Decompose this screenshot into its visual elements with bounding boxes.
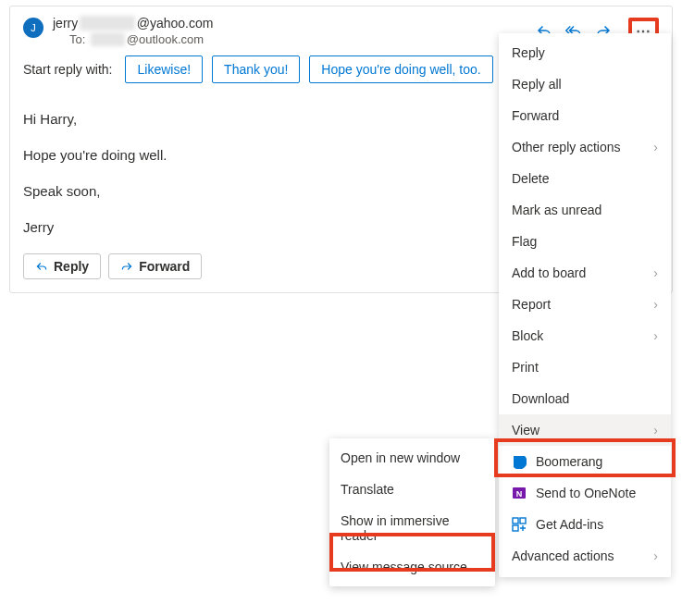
menu-view[interactable]: View› bbox=[499, 414, 671, 446]
addins-icon bbox=[512, 517, 527, 532]
quick-reply-label: Start reply with: bbox=[23, 62, 112, 77]
menu-reply-all[interactable]: Reply all bbox=[499, 68, 671, 100]
submenu-new-window[interactable]: Open in new window bbox=[329, 442, 495, 474]
forward-button-label: Forward bbox=[139, 259, 190, 274]
chevron-right-icon: › bbox=[653, 265, 658, 280]
menu-advanced[interactable]: Advanced actions› bbox=[499, 540, 671, 572]
menu-onenote[interactable]: NSend to OneNote bbox=[499, 477, 671, 509]
svg-text:N: N bbox=[516, 489, 523, 499]
sender-domain: @yahoo.com bbox=[137, 16, 214, 31]
reply-button[interactable]: Reply bbox=[23, 253, 101, 279]
quick-reply-option[interactable]: Thank you! bbox=[212, 55, 300, 83]
quick-reply-option[interactable]: Likewise! bbox=[125, 55, 203, 83]
menu-delete[interactable]: Delete bbox=[499, 163, 671, 194]
menu-print[interactable]: Print bbox=[499, 351, 671, 383]
chevron-right-icon: › bbox=[653, 423, 658, 437]
recipient-redacted: ████ bbox=[91, 32, 125, 46]
sender-name-prefix: jerry bbox=[53, 16, 78, 31]
onenote-icon: N bbox=[512, 486, 527, 500]
recipient-line: To: ████@outlook.com bbox=[69, 32, 536, 46]
menu-get-addins[interactable]: Get Add-ins bbox=[499, 509, 671, 540]
sender-block: jerry██████@yahoo.com To: ████@outlook.c… bbox=[53, 16, 536, 46]
menu-mark-unread[interactable]: Mark as unread bbox=[499, 194, 671, 226]
menu-block[interactable]: Block› bbox=[499, 320, 671, 351]
menu-add-board[interactable]: Add to board› bbox=[499, 257, 671, 289]
menu-download[interactable]: Download bbox=[499, 383, 671, 414]
view-submenu: Open in new window Translate Show in imm… bbox=[329, 438, 495, 586]
sender-name-redacted: ██████ bbox=[80, 16, 135, 31]
svg-rect-2 bbox=[513, 518, 518, 524]
forward-button[interactable]: Forward bbox=[108, 253, 202, 279]
recipient-domain: @outlook.com bbox=[127, 32, 204, 46]
menu-reply[interactable]: Reply bbox=[499, 37, 671, 68]
menu-report[interactable]: Report› bbox=[499, 289, 671, 320]
reply-icon bbox=[35, 260, 48, 273]
context-menu: Reply Reply all Forward Other reply acti… bbox=[499, 33, 671, 577]
submenu-translate[interactable]: Translate bbox=[329, 474, 495, 505]
menu-forward[interactable]: Forward bbox=[499, 100, 671, 131]
quick-reply-option[interactable]: Hope you're doing well, too. bbox=[309, 55, 492, 83]
svg-rect-4 bbox=[513, 525, 518, 531]
sender-line: jerry██████@yahoo.com bbox=[53, 16, 536, 31]
boomerang-icon bbox=[512, 454, 527, 469]
submenu-view-source[interactable]: View message source bbox=[329, 551, 495, 583]
chevron-right-icon: › bbox=[653, 140, 658, 154]
chevron-right-icon: › bbox=[653, 548, 658, 563]
menu-flag[interactable]: Flag bbox=[499, 226, 671, 257]
menu-boomerang[interactable]: Boomerang bbox=[499, 446, 671, 477]
svg-rect-3 bbox=[520, 518, 526, 524]
chevron-right-icon: › bbox=[653, 297, 658, 312]
submenu-immersive[interactable]: Show in immersive reader bbox=[329, 505, 495, 551]
chevron-right-icon: › bbox=[653, 328, 658, 343]
menu-other-reply[interactable]: Other reply actions› bbox=[499, 131, 671, 163]
to-label: To: bbox=[69, 32, 85, 46]
reply-button-label: Reply bbox=[54, 259, 89, 274]
forward-icon bbox=[120, 260, 133, 273]
sender-avatar: J bbox=[23, 18, 43, 38]
